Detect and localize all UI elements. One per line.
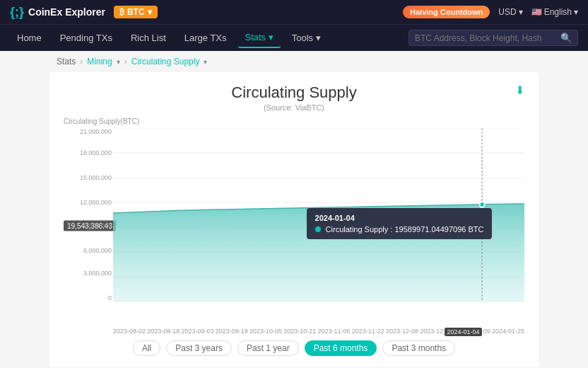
x-label-7: 2023-11-22	[352, 328, 384, 336]
chart-area-path	[113, 204, 524, 301]
breadcrumb-mining[interactable]: Mining	[87, 57, 112, 67]
search-icon[interactable]: 🔍	[560, 33, 572, 43]
chart-source: (Source: ViaBTC)	[64, 103, 524, 112]
download-icon[interactable]: ⬇	[515, 84, 524, 97]
chart-svg	[113, 128, 524, 305]
filter-6months[interactable]: Past 6 months	[305, 340, 377, 356]
breadcrumb-stats[interactable]: Stats	[57, 57, 76, 67]
lang-chevron: ▾	[574, 7, 578, 17]
halving-countdown-button[interactable]: Halving Countdown	[403, 6, 490, 18]
x-label-2: 2023-09-03	[182, 328, 214, 336]
filter-3years[interactable]: Past 3 years	[166, 340, 232, 356]
lang-label: English	[544, 7, 572, 17]
breadcrumb-mining-chevron[interactable]: ▾	[117, 58, 120, 66]
nav-home[interactable]: Home	[10, 28, 49, 47]
usd-selector[interactable]: USD ▾	[498, 7, 522, 17]
breadcrumb-sep-2: ›	[124, 57, 127, 67]
chart-svg-area: 2024-01-04 Circulating Supply : 19589971…	[113, 128, 524, 305]
logo-text: CoinEx Explorer	[28, 6, 105, 18]
usd-label: USD	[498, 7, 516, 17]
x-label-12: 2024-01-25	[492, 328, 524, 336]
x-label-0: 2023-08-02	[113, 328, 146, 336]
nav-stats[interactable]: Stats ▾	[238, 28, 281, 48]
header-left: {;} CoinEx Explorer ₿ BTC ▾	[10, 5, 158, 20]
nav-tools[interactable]: Tools ▾	[285, 28, 328, 47]
y-label-21m: 21,000,000	[80, 128, 112, 135]
language-selector[interactable]: 🇺🇸 English ▾	[531, 7, 578, 17]
x-label-6: 2023-11-06	[318, 328, 351, 336]
filter-all[interactable]: All	[133, 340, 160, 356]
btc-chevron: ▾	[148, 7, 152, 17]
breadcrumb-supply-chevron[interactable]: ▾	[204, 58, 207, 66]
header-right: Halving Countdown USD ▾ 🇺🇸 English ▾	[403, 6, 578, 18]
x-label-8: 2023-12-08	[386, 328, 418, 336]
nav-search-box[interactable]: 🔍	[408, 30, 578, 46]
filter-3months[interactable]: Past 3 months	[382, 340, 455, 356]
nav-pending-txs[interactable]: Pending TXs	[53, 28, 119, 47]
btc-icon: ₿	[119, 7, 124, 17]
filter-1year[interactable]: Past 1 year	[237, 340, 299, 356]
chart-area: Circulating Supply(BTC) 19,543,386.43	[64, 117, 524, 326]
x-label-3: 2023-09-19	[216, 328, 248, 336]
x-label-10: 2024-01-04	[445, 328, 481, 336]
btc-label: BTC	[127, 7, 145, 17]
usd-chevron: ▾	[519, 7, 523, 17]
navigation: Home Pending TXs Rich List Large TXs Sta…	[0, 24, 588, 51]
flag-icon: 🇺🇸	[531, 7, 542, 17]
btc-badge[interactable]: ₿ BTC ▾	[114, 6, 158, 18]
y-axis-label: Circulating Supply(BTC)	[64, 117, 139, 125]
chart-container: Circulating Supply (Source: ViaBTC) ⬇ Ci…	[49, 72, 539, 367]
logo[interactable]: {;} CoinEx Explorer	[10, 5, 105, 20]
x-axis-labels: 2023-08-02 2023-08-18 2023-09-03 2023-09…	[113, 328, 524, 336]
breadcrumb-sep-1: ›	[80, 57, 83, 67]
chart-title: Circulating Supply	[64, 84, 524, 102]
y-label-15m: 15,000,000	[80, 174, 112, 181]
y-label-6m: 6,000,000	[83, 247, 112, 254]
breadcrumb: Stats › Mining ▾ › Circulating Supply ▾	[0, 51, 588, 72]
breadcrumb-circulating-supply[interactable]: Circulating Supply	[131, 57, 200, 67]
header: {;} CoinEx Explorer ₿ BTC ▾ Halving Coun…	[0, 0, 588, 24]
nav-large-txs[interactable]: Large TXs	[177, 28, 234, 47]
y-highlighted-value: 19,543,386.43	[64, 221, 116, 231]
y-label-12m: 12,000,000	[80, 199, 112, 206]
time-filter: All Past 3 years Past 1 year Past 6 mont…	[64, 340, 524, 356]
x-label-1: 2023-08-18	[147, 328, 180, 336]
nav-rich-list[interactable]: Rich List	[124, 28, 173, 47]
y-label-0: 0	[108, 294, 112, 301]
x-label-4: 2023-10-05	[249, 328, 282, 336]
x-label-5: 2023-10-21	[283, 328, 316, 336]
logo-icon: {;}	[10, 5, 24, 20]
x-label-11: 09	[483, 328, 490, 336]
y-label-18m: 18,000,000	[80, 149, 112, 156]
nav-links: Home Pending TXs Rich List Large TXs Sta…	[10, 28, 328, 48]
cursor-dot	[480, 202, 485, 207]
x-label-9: 2023-12	[420, 328, 443, 336]
y-label-3m: 3,000,000	[83, 270, 112, 277]
search-input[interactable]	[415, 33, 556, 43]
